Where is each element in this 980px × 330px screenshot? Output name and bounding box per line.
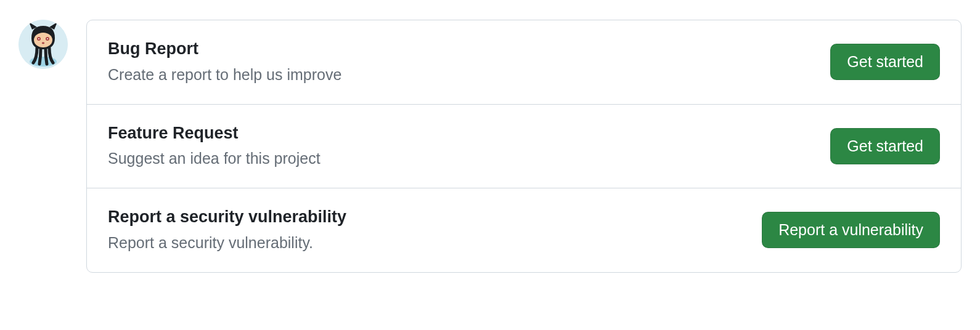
svg-point-2 [34, 33, 52, 47]
svg-point-7 [42, 42, 44, 44]
svg-point-6 [47, 38, 48, 39]
get-started-button[interactable]: Get started [830, 128, 940, 164]
template-title: Feature Request [108, 123, 321, 144]
template-title: Report a security vulnerability [108, 207, 346, 228]
template-text: Bug Report Create a report to help us im… [108, 39, 341, 86]
issue-template-chooser: Bug Report Create a report to help us im… [0, 0, 980, 291]
template-text: Report a security vulnerability Report a… [108, 207, 346, 254]
svg-point-5 [38, 38, 39, 39]
report-vulnerability-button[interactable]: Report a vulnerability [762, 212, 940, 248]
template-description: Report a security vulnerability. [108, 233, 346, 254]
get-started-button[interactable]: Get started [830, 44, 940, 80]
template-description: Suggest an idea for this project [108, 148, 321, 169]
template-list: Bug Report Create a report to help us im… [86, 20, 962, 273]
octocat-icon [18, 20, 68, 69]
template-row-security: Report a security vulnerability Report a… [87, 188, 961, 272]
template-row-bug-report: Bug Report Create a report to help us im… [87, 20, 961, 104]
template-row-feature-request: Feature Request Suggest an idea for this… [87, 104, 961, 188]
template-description: Create a report to help us improve [108, 65, 341, 86]
template-title: Bug Report [108, 39, 341, 60]
avatar [18, 20, 68, 69]
template-text: Feature Request Suggest an idea for this… [108, 123, 321, 170]
